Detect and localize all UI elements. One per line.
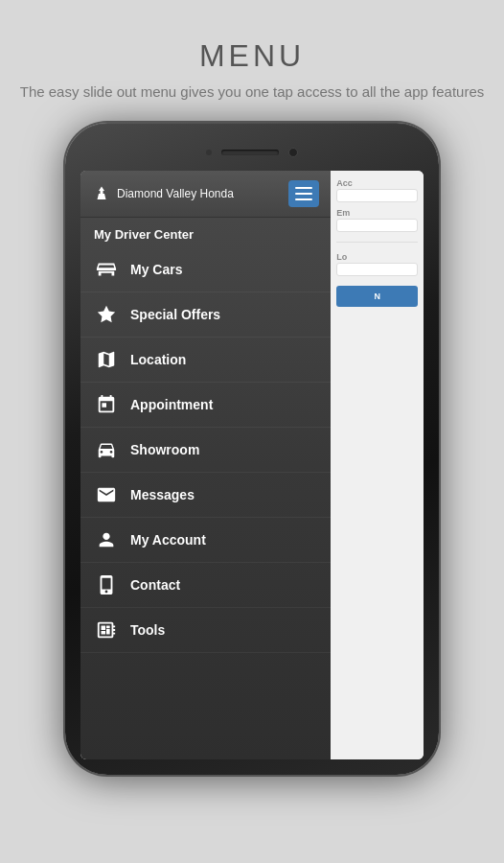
messages-label: Messages bbox=[130, 487, 195, 502]
menu-logo-area: Diamond Valley Honda bbox=[92, 184, 234, 203]
calendar-icon bbox=[94, 392, 119, 417]
my-cars-label: My Cars bbox=[130, 262, 182, 277]
hamburger-line-3 bbox=[295, 198, 312, 200]
right-login-panel: Acc Em Lo N bbox=[331, 171, 424, 759]
panel-divider bbox=[336, 242, 418, 243]
toolbox-icon bbox=[94, 618, 119, 642]
car-icon bbox=[94, 437, 119, 462]
menu-panel: Diamond Valley Honda My Driver Center My… bbox=[80, 171, 331, 759]
menu-header: Diamond Valley Honda bbox=[80, 171, 331, 218]
phone-camera bbox=[288, 148, 298, 157]
email-label: Em bbox=[336, 208, 418, 218]
showroom-label: Showroom bbox=[130, 442, 199, 457]
tools-label: Tools bbox=[130, 622, 165, 638]
email-group: Em bbox=[336, 208, 418, 232]
menu-item-my-account[interactable]: My Account bbox=[80, 518, 331, 563]
hamburger-button[interactable] bbox=[288, 180, 319, 207]
login-input[interactable] bbox=[336, 263, 418, 276]
account-group: Acc bbox=[336, 178, 418, 202]
honda-logo-icon bbox=[92, 184, 111, 203]
dealer-name: Diamond Valley Honda bbox=[117, 187, 234, 200]
menu-item-contact[interactable]: Contact bbox=[80, 563, 331, 608]
contact-icon bbox=[94, 572, 119, 597]
map-icon bbox=[94, 347, 119, 372]
phone-mockup: Diamond Valley Honda My Driver Center My… bbox=[65, 123, 439, 775]
menu-item-location[interactable]: Location bbox=[80, 338, 331, 383]
account-label: Acc bbox=[336, 178, 418, 188]
email-input[interactable] bbox=[336, 219, 418, 232]
phone-speaker bbox=[221, 150, 279, 155]
hamburger-line-1 bbox=[295, 187, 312, 189]
page-title: MENU bbox=[20, 38, 484, 74]
account-input[interactable] bbox=[336, 189, 418, 202]
menu-item-appointment[interactable]: Appointment bbox=[80, 383, 331, 428]
menu-item-my-cars[interactable]: My Cars bbox=[80, 247, 331, 292]
location-label: Location bbox=[130, 352, 186, 367]
envelope-icon bbox=[94, 482, 119, 507]
login-label: Lo bbox=[336, 252, 418, 262]
special-offers-label: Special Offers bbox=[130, 307, 220, 322]
login-button[interactable]: N bbox=[336, 286, 418, 307]
page-subtitle: The easy slide out menu gives you one ta… bbox=[20, 82, 484, 104]
menu-item-tools[interactable]: Tools bbox=[80, 608, 331, 653]
phone-top-bar bbox=[80, 138, 424, 167]
star-icon bbox=[94, 302, 119, 327]
my-account-label: My Account bbox=[130, 532, 206, 548]
appointment-label: Appointment bbox=[130, 397, 213, 412]
header-section: MENU The easy slide out menu gives you o… bbox=[20, 38, 484, 104]
contact-label: Contact bbox=[130, 577, 180, 593]
menu-section-header: My Driver Center bbox=[80, 218, 331, 247]
phone-earpiece-left bbox=[206, 150, 212, 155]
hamburger-line-2 bbox=[295, 193, 312, 195]
garage-icon bbox=[94, 257, 119, 282]
menu-item-special-offers[interactable]: Special Offers bbox=[80, 292, 331, 338]
menu-item-messages[interactable]: Messages bbox=[80, 473, 331, 518]
login-group: Lo bbox=[336, 252, 418, 276]
menu-item-showroom[interactable]: Showroom bbox=[80, 428, 331, 473]
phone-screen: Diamond Valley Honda My Driver Center My… bbox=[80, 171, 424, 759]
person-icon bbox=[94, 527, 119, 552]
